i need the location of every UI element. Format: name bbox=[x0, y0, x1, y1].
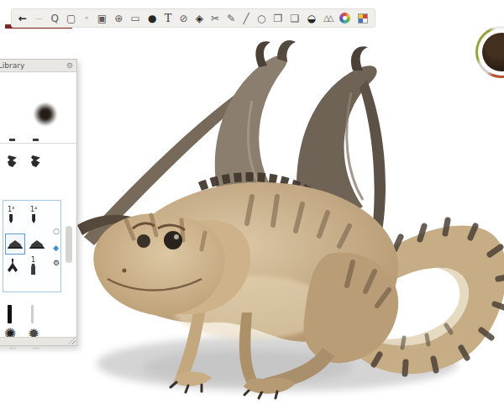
brush-pencil-icon[interactable]: ✎ bbox=[227, 13, 235, 24]
cut-icon[interactable]: ✂ bbox=[211, 13, 219, 24]
partial-brush-icon[interactable] bbox=[9, 139, 15, 141]
crop-icon[interactable]: ▣ bbox=[97, 13, 107, 24]
redo-icon[interactable]: − bbox=[34, 13, 43, 24]
marker-icon bbox=[8, 305, 12, 323]
lasso-fill-icon[interactable]: ● bbox=[148, 13, 156, 24]
brush-item-flat-selected[interactable] bbox=[8, 240, 23, 249]
add-move-icon[interactable]: ⊕ bbox=[114, 13, 123, 24]
panel-scrollbar[interactable] bbox=[66, 226, 72, 263]
ink-pen-icon bbox=[31, 264, 35, 275]
brush-gear-icon[interactable]: ⚙ bbox=[53, 260, 60, 267]
top-toolbar: ← − Q ▢ • ▣ ⊕ ▭ ● T ⊘ ◈ ✂ ✎ ╱ ○ ❐ ❏ ◒ △△ bbox=[11, 8, 375, 28]
partial-brush-icon[interactable] bbox=[9, 347, 16, 349]
partial-brush-icon[interactable] bbox=[33, 139, 39, 141]
eraser-icon[interactable]: ⊘ bbox=[179, 13, 187, 24]
flag-brush-icon bbox=[31, 155, 40, 167]
panel-divider bbox=[0, 143, 76, 144]
brush-diamond-icon[interactable]: ◆ bbox=[53, 244, 59, 252]
panel-title: Brush Library bbox=[0, 61, 24, 70]
resize-grip[interactable] bbox=[68, 337, 76, 344]
marker-icon bbox=[31, 305, 34, 323]
pencil-icon bbox=[32, 214, 35, 223]
undo-icon[interactable]: ← bbox=[18, 13, 27, 24]
panel-title-bar[interactable]: Brush Library ⚙ bbox=[0, 60, 76, 72]
ink-label: 1 bbox=[31, 257, 35, 264]
select-icon[interactable]: ▢ bbox=[66, 13, 76, 24]
brush-library-panel: Brush Library ⚙ 1³ 1⁴ 1 ○ bbox=[0, 59, 77, 346]
pencil-grade-label: 1³ bbox=[8, 207, 14, 213]
brush-item-pencil-4[interactable]: 1⁴ bbox=[30, 207, 37, 223]
panel-body: 1³ 1⁴ 1 ○ ◆ ⚙ ✺ ✹ bbox=[0, 72, 76, 338]
brush-item-detail[interactable] bbox=[8, 259, 18, 272]
app-window: { "window": { "background": "#ffffff" },… bbox=[0, 0, 504, 420]
panel-bottom-bar bbox=[0, 337, 76, 345]
flat-brush-icon bbox=[8, 240, 23, 249]
flag-brush-icon bbox=[8, 155, 17, 167]
layers-icon[interactable]: ❏ bbox=[290, 13, 299, 24]
ellipse-icon[interactable]: ○ bbox=[257, 13, 265, 24]
brush-item-flag-a[interactable] bbox=[8, 155, 17, 167]
brush-item-pencil-3[interactable]: 1³ bbox=[8, 207, 14, 223]
marquee-icon[interactable]: ▭ bbox=[131, 13, 140, 24]
brush-item-flag-b[interactable] bbox=[31, 155, 40, 167]
swatches-icon[interactable] bbox=[358, 13, 368, 24]
stamp-icon[interactable]: ❐ bbox=[274, 13, 283, 24]
detail-brush-icon bbox=[8, 259, 18, 272]
brush-item-ink[interactable]: 1 bbox=[31, 257, 35, 275]
line-icon[interactable]: ╱ bbox=[244, 13, 249, 24]
gradient-icon[interactable]: △△ bbox=[323, 14, 331, 23]
text-icon[interactable]: T bbox=[165, 13, 172, 24]
panel-gear-icon[interactable]: ⚙ bbox=[66, 61, 73, 70]
partial-brush-icon[interactable] bbox=[33, 347, 39, 349]
pencil-icon bbox=[9, 214, 13, 223]
color-wheel-icon[interactable] bbox=[339, 13, 350, 24]
fill-icon[interactable]: ◒ bbox=[307, 13, 315, 24]
dot-icon[interactable]: • bbox=[84, 13, 90, 24]
pencil-grade-label: 1⁴ bbox=[30, 207, 37, 213]
shape-gem-icon[interactable]: ◈ bbox=[196, 13, 203, 24]
brush-item-marker-light[interactable] bbox=[31, 305, 34, 323]
zoom-icon[interactable]: Q bbox=[50, 13, 58, 24]
brush-circle-icon[interactable]: ○ bbox=[53, 228, 60, 235]
brush-item-marker-dark[interactable] bbox=[8, 305, 12, 323]
brush-item-flat[interactable] bbox=[29, 240, 45, 249]
soft-round-brush-preview[interactable] bbox=[34, 102, 57, 126]
flat-brush-icon bbox=[29, 240, 45, 249]
